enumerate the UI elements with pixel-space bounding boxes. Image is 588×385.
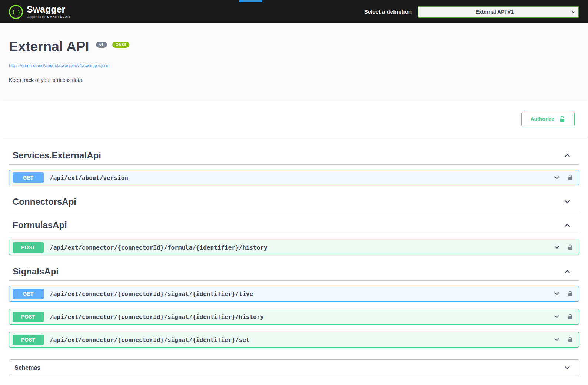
supported-by: Supported by SMARTBEAR [27, 15, 70, 19]
topbar: {…} Swagger Supported by SMARTBEAR Selec… [0, 0, 588, 23]
definition-select-wrap: External API V1 [418, 6, 579, 18]
tag-section-formulasapi: FormulasApi POST /api/ext/connector/{con… [9, 216, 579, 255]
auth-lock-button[interactable] [567, 336, 574, 343]
definition-area: Select a definition External API V1 [364, 6, 579, 18]
chevron-down-icon [554, 336, 560, 343]
supported-by-brand: SMARTBEAR [47, 15, 70, 19]
definition-select[interactable]: External API V1 [418, 6, 579, 18]
section-header-formulasapi[interactable]: FormulasApi [9, 216, 579, 234]
operation-controls [554, 336, 574, 343]
auth-lock-button[interactable] [567, 174, 574, 181]
oas3-badge: OAS3 [112, 42, 129, 48]
section-header-services-externalapi[interactable]: Services.ExternalApi [9, 147, 579, 165]
top-accent-bar [239, 0, 262, 2]
section-header-connectorsapi[interactable]: ConnectorsApi [9, 193, 579, 211]
tag-section-connectorsapi: ConnectorsApi [9, 193, 579, 211]
tag-section-services-externalapi: Services.ExternalApi GET /api/ext/about/… [9, 147, 579, 185]
version-badge: v1 [96, 42, 107, 48]
auth-wrapper: Authorize [9, 112, 579, 126]
operation-path: /api/ext/connector/{connectorId}/formula… [50, 244, 268, 251]
section-title: Services.ExternalApi [13, 150, 101, 161]
operation-row[interactable]: POST /api/ext/connector/{connectorId}/fo… [9, 240, 579, 255]
chevron-down-icon [554, 174, 560, 181]
api-content: Services.ExternalApi GET /api/ext/about/… [0, 138, 588, 385]
operation-row[interactable]: POST /api/ext/connector/{connectorId}/si… [9, 309, 579, 325]
chevron-down-icon [564, 198, 571, 205]
operation-controls [554, 244, 574, 251]
supported-by-prefix: Supported by [27, 15, 45, 19]
method-badge: GET [13, 172, 44, 183]
chevron-down-icon [554, 313, 560, 320]
method-badge: GET [13, 289, 44, 299]
api-description: Keep track of your process data [9, 77, 579, 83]
operation-path: /api/ext/connector/{connectorId}/signal/… [50, 313, 264, 320]
operation-controls [554, 313, 574, 320]
unlock-icon [559, 116, 566, 123]
operation-controls [554, 290, 574, 297]
swagger-logo-link[interactable]: {…} Swagger Supported by SMARTBEAR [9, 5, 70, 19]
operation-path: /api/ext/about/version [50, 174, 128, 181]
chevron-down-icon [554, 244, 560, 251]
authorize-button[interactable]: Authorize [521, 112, 575, 126]
scheme-container: Authorize [0, 101, 588, 138]
chevron-down-icon [564, 365, 571, 371]
page-title: External API v1 OAS3 [9, 39, 579, 55]
operation-row[interactable]: POST /api/ext/connector/{connectorId}/si… [9, 332, 579, 348]
chevron-up-icon [564, 152, 571, 159]
operation-path: /api/ext/connector/{connectorId}/signal/… [50, 290, 253, 297]
operation-path: /api/ext/connector/{connectorId}/signal/… [50, 336, 249, 343]
authorize-label: Authorize [530, 116, 554, 122]
tag-section-signalsapi: SignalsApi GET /api/ext/connector/{conne… [9, 263, 579, 348]
schemas-title: Schemas [14, 365, 40, 371]
auth-lock-button[interactable] [567, 244, 574, 251]
chevron-up-icon [564, 221, 571, 229]
brand-text: Swagger Supported by SMARTBEAR [27, 5, 70, 19]
swagger-logo-icon: {…} [9, 5, 23, 19]
api-title-text: External API [9, 39, 89, 54]
section-title: SignalsApi [13, 266, 59, 277]
section-title: FormulasApi [13, 220, 67, 230]
auth-lock-button[interactable] [567, 290, 574, 297]
chevron-down-icon [554, 290, 560, 297]
method-badge: POST [13, 335, 44, 345]
info-section: External API v1 OAS3 https://jumo.cloud/… [0, 23, 588, 101]
brand-title: Swagger [27, 5, 70, 14]
schemas-section[interactable]: Schemas [9, 359, 579, 376]
operation-row[interactable]: GET /api/ext/connector/{connectorId}/sig… [9, 286, 579, 302]
auth-lock-button[interactable] [567, 313, 574, 320]
method-badge: POST [13, 312, 44, 322]
section-header-signalsapi[interactable]: SignalsApi [9, 263, 579, 281]
operation-controls [554, 174, 574, 181]
operation-row[interactable]: GET /api/ext/about/version [9, 170, 579, 185]
chevron-up-icon [564, 268, 571, 275]
section-title: ConnectorsApi [13, 197, 76, 207]
definition-label: Select a definition [364, 9, 412, 15]
method-badge: POST [13, 242, 44, 253]
spec-link[interactable]: https://jumo.cloud/api/ext/swagger/v1/sw… [9, 63, 109, 68]
